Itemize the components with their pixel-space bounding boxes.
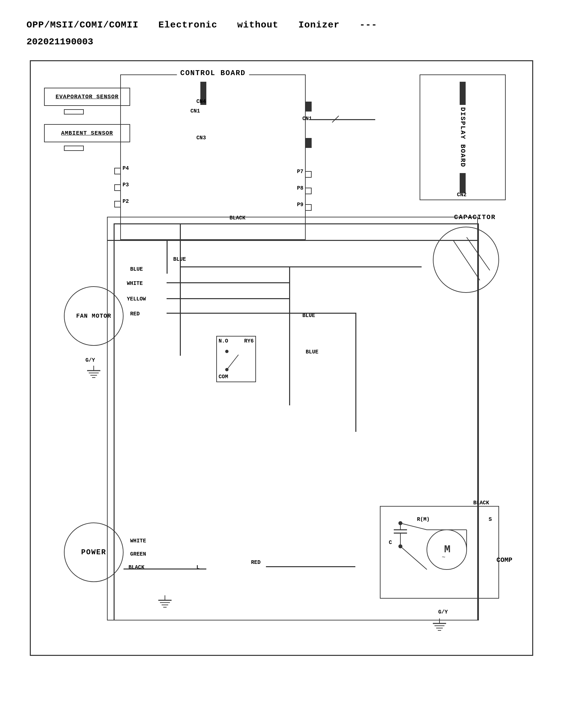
diagram-container: CONTROL BOARD CN1 P7 P8 P9 P4 P3 [30,60,533,656]
header: OPP/MSII/COMI/COMII Electronic without I… [26,20,537,30]
ground-fan-symbol [85,366,102,382]
p8-label: P8 [297,185,304,191]
p7-label: P7 [297,169,304,175]
power-label: POWER [81,548,106,557]
ambient-sensor-box: AMBIENT SENSOR [44,124,130,142]
type-label: Electronic [158,20,217,30]
comp-label: COMP [496,556,512,564]
main-right-vert-wire [478,223,479,620]
cn1-wire [309,119,375,120]
fan-motor-label: FAN MOTOR [76,313,111,319]
control-board-box: CONTROL BOARD CN1 P7 P8 P9 P4 P3 [120,74,306,240]
cn1-label: CN1 [190,108,200,114]
cn1-wire-slash [329,114,342,124]
p4-connector [114,168,121,174]
evap-resistor [64,109,84,114]
page: OPP/MSII/COMI/COMII Electronic without I… [0,0,563,728]
bus-wire-h [107,240,478,241]
display-board-box: DISPLAY BOARD CN2 [420,74,506,200]
cn1-line-label: CN1 [303,116,312,122]
display-cn1-block [460,82,466,105]
cb-to-inner-wire [166,241,167,274]
p9-label: P9 [297,202,304,208]
p7-connector [305,171,312,178]
p3-label: P3 [122,182,129,188]
cn3-outside-label: CN3 [196,135,206,141]
ground-comp-symbol [431,618,448,635]
p4-label: P4 [122,165,129,171]
p2-label: P2 [122,199,129,205]
p3-connector [114,184,121,191]
cn4-connector-block [305,102,312,112]
p9-connector [305,204,312,211]
evaporator-sensor-box: EVAPORATOR SENSOR [44,88,130,106]
cn2-connector-block [460,173,466,193]
inner-wiring-boundary [107,217,478,620]
model-label: OPP/MSII/COMI/COMII [26,20,138,30]
p2-connector [114,201,121,207]
cn4-outside-label: CN4 [196,99,206,105]
feature-label: Ionizer [299,20,340,30]
control-board-label: CONTROL BOARD [177,69,249,77]
ambient-resistor [64,146,84,151]
svg-line-0 [332,116,339,122]
p8-connector [305,188,312,194]
doc-number: 202021190003 [26,37,537,47]
gy-fan-label: G/Y [85,357,95,363]
separator-label: --- [360,20,377,30]
ambient-sensor-label: AMBIENT SENSOR [61,130,113,136]
evaporator-sensor-label: EVAPORATOR SENSOR [56,94,118,100]
qualifier-label: without [237,20,278,30]
cn3-connector-block [305,138,312,148]
display-board-label: DISPLAY BOARD [459,107,467,167]
cn2-label: CN2 [457,192,467,198]
